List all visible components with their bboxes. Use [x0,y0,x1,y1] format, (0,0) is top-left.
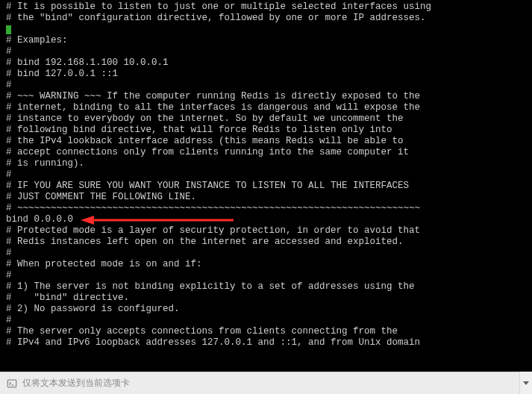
terminal-line: # the IPv4 lookback interface address (t… [6,136,529,147]
terminal-line: # instance to everybody on the internet.… [6,113,529,125]
terminal-line: # "bind" directive. [6,293,529,304]
terminal-line: # ~~~~~~~~~~~~~~~~~~~~~~~~~~~~~~~~~~~~~~… [6,203,529,214]
terminal-line: # [6,80,529,91]
terminal-line: # [6,270,529,281]
terminal-line: # JUST COMMENT THE FOLLOWING LINE. [6,192,529,203]
terminal-line: # following bind directive, that will fo… [6,125,529,136]
terminal-line: # Redis instances left open on the inter… [6,237,529,248]
terminal-line: # Protected mode is a layer of security … [6,225,529,237]
svg-marker-4 [523,381,529,385]
terminal-line: # is running). [6,158,529,169]
terminal-line: # IF YOU ARE SURE YOU WANT YOUR INSTANCE… [6,181,529,192]
terminal-line: # ~~~ WARNING ~~~ If the computer runnin… [6,91,529,102]
terminal-line [6,24,529,35]
terminal-line: # 2) No password is configured. [6,304,529,315]
terminal-line: # internet, binding to all the interface… [6,102,529,113]
terminal-line: # [6,46,529,57]
terminal-line: # IPv4 and IPv6 loopback addresses 127.0… [6,337,529,348]
terminal-icon [6,378,18,390]
status-bar-text: 仅将文本发送到当前选项卡 [22,378,130,389]
terminal-line: # the "bind" configuration directive, fo… [6,13,529,24]
cursor-block [6,25,11,34]
svg-rect-2 [7,380,16,387]
terminal-line: # bind 127.0.0.1 ::1 [6,69,529,80]
terminal-line: # bind 192.168.1.100 10.0.0.1 [6,57,529,69]
terminal-line: # It is possible to listen to just one o… [6,1,529,13]
terminal-line: # [6,315,529,326]
terminal-line: # Examples: [6,35,529,46]
terminal-line: # [6,248,529,259]
terminal-line: # The server only accepts connections fr… [6,326,529,337]
status-bar: 仅将文本发送到当前选项卡 [0,372,532,394]
terminal-viewport[interactable]: # It is possible to listen to just one o… [0,0,532,372]
terminal-line: # When protected mode is on and if: [6,259,529,270]
terminal-line: bind 0.0.0.0 [6,214,529,225]
terminal-line: # 1) The server is not binding explicitl… [6,281,529,293]
terminal-line: # accept connections only from clients r… [6,147,529,158]
chevron-down-icon [520,372,532,394]
terminal-line: # [6,169,529,181]
scrollbar-down-button[interactable] [519,372,532,394]
